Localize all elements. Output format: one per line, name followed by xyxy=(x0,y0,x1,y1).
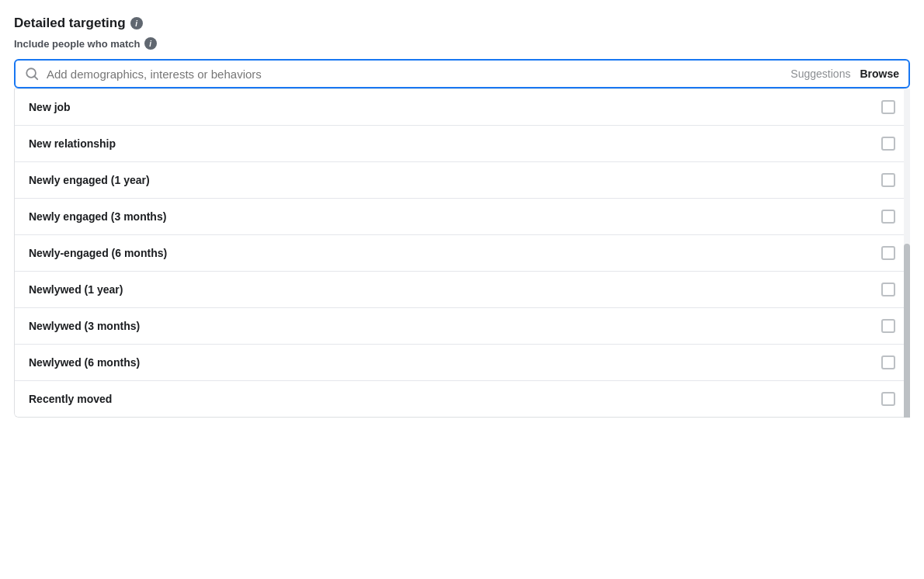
list-item[interactable]: Recently moved xyxy=(15,380,909,417)
list-item-label: Newly-engaged (6 months) xyxy=(29,247,167,259)
list-item-label: New relationship xyxy=(29,137,116,150)
list-item-checkbox[interactable] xyxy=(881,319,895,333)
list-item-checkbox[interactable] xyxy=(881,137,895,151)
search-icon xyxy=(25,67,39,81)
scrollbar-thumb[interactable] xyxy=(904,244,910,418)
targeting-list: New jobNew relationshipNewly engaged (1 … xyxy=(14,88,910,418)
list-item[interactable]: Newly engaged (1 year) xyxy=(15,161,909,198)
list-item[interactable]: Newlywed (6 months) xyxy=(15,344,909,380)
list-item-label: Newlywed (3 months) xyxy=(29,320,140,332)
list-item-checkbox[interactable] xyxy=(881,355,895,369)
subtitle: Include people who match i xyxy=(14,37,910,50)
search-bar[interactable]: Suggestions Browse xyxy=(14,59,910,88)
section-title: Detailed targeting i xyxy=(14,16,910,31)
list-item-checkbox[interactable] xyxy=(881,100,895,114)
list-item-label: Newlywed (1 year) xyxy=(29,283,123,296)
search-input[interactable] xyxy=(47,68,783,81)
list-item-checkbox[interactable] xyxy=(881,210,895,224)
list-item-checkbox[interactable] xyxy=(881,173,895,187)
subtitle-text: Include people who match xyxy=(14,38,141,50)
scrollbar-track xyxy=(904,88,910,418)
list-item-checkbox[interactable] xyxy=(881,392,895,406)
list-item[interactable]: Newly-engaged (6 months) xyxy=(15,234,909,271)
list-item-label: New job xyxy=(29,101,71,113)
list-item[interactable]: New job xyxy=(15,88,909,125)
list-item-label: Newly engaged (1 year) xyxy=(29,174,150,186)
list-item-label: Newly engaged (3 months) xyxy=(29,210,166,223)
list-item[interactable]: New relationship xyxy=(15,125,909,161)
list-container: New jobNew relationshipNewly engaged (1 … xyxy=(14,88,910,418)
svg-line-1 xyxy=(34,76,37,79)
section-title-text: Detailed targeting xyxy=(14,16,126,31)
list-item-label: Newlywed (6 months) xyxy=(29,356,140,369)
list-item-label: Recently moved xyxy=(29,393,112,405)
suggestions-link[interactable]: Suggestions xyxy=(790,68,850,80)
list-item[interactable]: Newly engaged (3 months) xyxy=(15,198,909,234)
list-item-checkbox[interactable] xyxy=(881,246,895,260)
title-info-icon[interactable]: i xyxy=(130,17,143,29)
list-item[interactable]: Newlywed (3 months) xyxy=(15,307,909,344)
detailed-targeting-section: Detailed targeting i Include people who … xyxy=(14,16,910,418)
list-item[interactable]: Newlywed (1 year) xyxy=(15,271,909,307)
subtitle-info-icon[interactable]: i xyxy=(144,37,157,50)
search-actions: Suggestions Browse xyxy=(790,68,899,80)
browse-link[interactable]: Browse xyxy=(860,68,899,80)
list-item-checkbox[interactable] xyxy=(881,283,895,296)
